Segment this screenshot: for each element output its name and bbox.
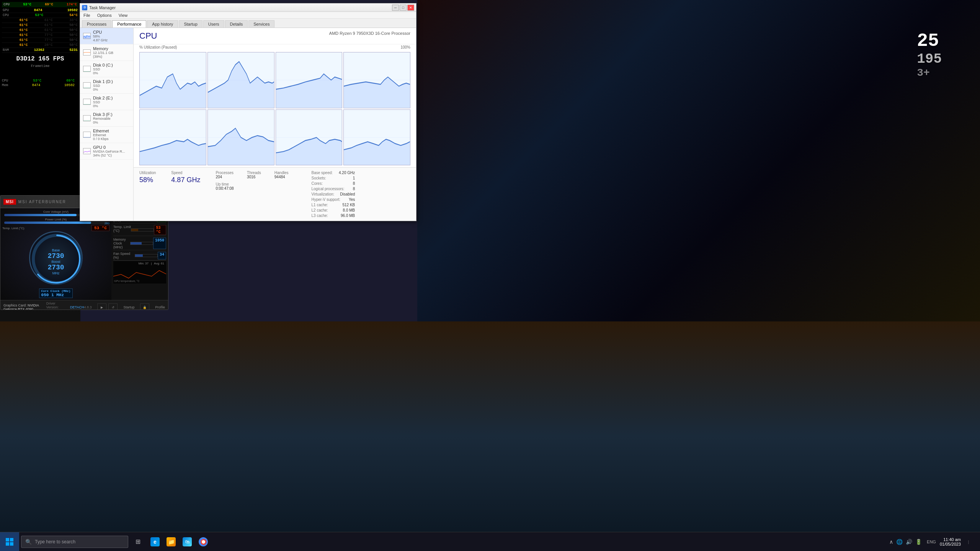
processes-value: 204: [216, 175, 234, 179]
tm-device-gpu0[interactable]: GPU 0 NVIDIA GeForce R... 34% (52 °C): [80, 143, 133, 160]
fps-display: D3D12 165 FPS: [2, 54, 78, 64]
show-desktop-btn[interactable]: |: [963, 532, 974, 551]
tm-tab-performance[interactable]: Performance: [112, 20, 146, 28]
tm-close-btn[interactable]: ✕: [407, 5, 414, 11]
tm-device-disk3[interactable]: Disk 3 (F:) Removable 0%: [80, 110, 133, 127]
cpu-core-graph-8: [343, 109, 410, 166]
tm-device-disk1[interactable]: Disk 1 (D:) SSD 0%: [80, 77, 133, 94]
hw-row-t3: 61°C 61°C 50°C: [2, 28, 78, 33]
tm-tab-users[interactable]: Users: [203, 20, 224, 28]
detach-btn[interactable]: DETACH: [70, 305, 84, 309]
tm-controls: ─ □ ✕: [392, 5, 414, 11]
tm-maximize-btn[interactable]: □: [400, 5, 407, 11]
hw-row-t5: 61°C 77°C 50°C: [2, 38, 78, 43]
frametime-label: Frametime: [2, 64, 78, 69]
disk3-name: Disk 3 (F:): [93, 112, 130, 117]
tm-menu-file[interactable]: File: [82, 13, 92, 18]
speed-value: 4.87 GHz: [171, 176, 200, 184]
tm-device-memory[interactable]: Memory 12.1/31.1 GB (39%): [80, 44, 133, 61]
ab-temp-lbl: Temp. Limit (°C): [113, 225, 131, 235]
disk0-val: 0%: [93, 71, 130, 75]
tm-device-disk2[interactable]: Disk 2 (E:) SSD 0%: [80, 94, 133, 110]
ab-btn-reset[interactable]: ↺: [108, 303, 118, 310]
cpu-device-speed: 4.87 GHz: [93, 38, 130, 42]
tm-tab-details[interactable]: Details: [225, 20, 248, 28]
core-small-val: 050 1 MHz: [41, 293, 71, 297]
start-button[interactable]: [0, 532, 19, 551]
tm-device-ethernet[interactable]: Ethernet Ethernet 0 / 0 Kbps: [80, 127, 133, 143]
mem-device-name: Memory: [93, 46, 130, 51]
cpu-core-graph-2: [207, 52, 274, 108]
tm-device-cpu[interactable]: CPU 58% 4.87 GHz: [80, 28, 133, 44]
tray-battery-icon[interactable]: 🔋: [915, 539, 922, 545]
taskbar-chrome-icon[interactable]: ⭕: [196, 532, 211, 551]
svg-rect-18: [6, 538, 9, 541]
taskview-button[interactable]: ⊞: [130, 532, 145, 551]
bottom-displays: Core Clock (MHz) 050 1 MHz: [2, 289, 109, 298]
frametime-panel: CPU53°C69°C Mem847410502: [0, 77, 77, 90]
hw-cpu-row1: CPU 53°C 69°C 174°C: [3, 3, 77, 7]
fan-bar[interactable]: [135, 254, 158, 257]
util-value: 58%: [139, 176, 156, 184]
graph-stats: Min: 37 | Avg: 61: [139, 262, 164, 265]
uptime-label: Up time: [216, 182, 234, 186]
mc-bar[interactable]: [130, 242, 153, 245]
tm-menu-view[interactable]: View: [117, 13, 129, 18]
gauge-area: Core Voltage (mV) Power Limit (%) 280 Te…: [0, 208, 111, 300]
tm-cpu-title: CPU: [139, 31, 157, 41]
power-limit-slider[interactable]: [4, 222, 108, 224]
disk2-name: Disk 2 (E:): [93, 96, 130, 100]
tray-chevron-icon[interactable]: ∧: [889, 539, 893, 545]
info-l1: L1 cache: 512 KB: [311, 203, 355, 207]
cpu-device-name: CPU: [93, 30, 130, 34]
cpu-device-info: CPU 58% 4.87 GHz: [93, 30, 130, 42]
mem-device-pct: (39%): [93, 55, 130, 59]
ab-btn-startup[interactable]: ▶: [97, 303, 106, 310]
ab-btn-profile[interactable]: 🔒: [140, 303, 149, 310]
hw-monitor-header: CPU 53°C 69°C 174°C: [2, 2, 78, 7]
tray-network-icon[interactable]: 🌐: [896, 539, 903, 545]
memory-device-info: Memory 12.1/31.1 GB (39%): [93, 46, 130, 59]
score-val3: 3+: [917, 67, 942, 79]
disk3-val: 0%: [93, 121, 130, 124]
stats-col-info: Base speed: 4.20 GHz Sockets: 1 Cores: 8…: [311, 171, 355, 218]
taskbar-app-icons: e 📁 🛍 ⭕: [145, 532, 213, 551]
gpu0-name: GPU 0: [93, 145, 130, 150]
tm-tab-apphistory[interactable]: App history: [147, 20, 178, 28]
info-sockets: Sockets: 1: [311, 176, 355, 180]
tm-tab-services[interactable]: Services: [248, 20, 274, 28]
disk1-mini-graph: [83, 82, 91, 88]
virt-label: Virtualization:: [311, 192, 334, 196]
hw-row-ram: RAM 12362 5231: [2, 48, 78, 53]
search-placeholder: Type here to search: [35, 539, 75, 544]
taskbar-search-box[interactable]: 🔍 Type here to search: [21, 536, 128, 548]
taskbar-store-icon[interactable]: 🛍: [180, 532, 195, 551]
afterburner-graph: GPU temperature, °C Min: 37 | Avg: 61: [113, 261, 166, 284]
tm-stats-bar: Utilization 58% Speed 4.87 GHz Processes…: [134, 167, 416, 221]
tray-lang[interactable]: ENG: [925, 540, 938, 544]
taskbar-explorer-icon[interactable]: 📁: [163, 532, 179, 551]
eth-mini-graph: [83, 132, 91, 138]
store-icon-img: 🛍: [183, 537, 192, 546]
graphics-card-name: NVIDIA GeForce RTX 4090: [3, 303, 39, 310]
taskbar-clock[interactable]: 11:40 am 01/05/2023: [940, 537, 961, 546]
temp-bar[interactable]: [131, 228, 154, 231]
graphics-card-info: Graphics Card: NVIDIA GeForce RTX 4090: [3, 303, 42, 310]
tm-menu-options[interactable]: Options: [96, 13, 113, 18]
sock-label: Sockets:: [311, 176, 326, 180]
info-base-speed: Base speed: 4.20 GHz: [311, 171, 355, 175]
tm-tab-processes[interactable]: Processes: [82, 20, 111, 28]
clock-date: 01/05/2023: [940, 542, 961, 546]
taskbar-edge-icon[interactable]: e: [147, 532, 163, 551]
tm-util-label: % Utilization (Paused) 100%: [134, 44, 416, 50]
tm-tab-startup[interactable]: Startup: [179, 20, 202, 28]
tm-body: CPU 58% 4.87 GHz Memory 12.1/31.1 GB (39…: [80, 28, 416, 221]
stats-col-processes: Processes 204 Threads 3016 Handles 94484: [216, 171, 288, 218]
search-icon: 🔍: [25, 539, 32, 545]
ab-temp-row: Temp. Limit (°C) 53 °C: [113, 224, 166, 236]
disk1-val: 0%: [93, 88, 130, 91]
tm-minimize-btn[interactable]: ─: [392, 5, 399, 11]
ab-mc-lbl: Memory Clock (MHz): [113, 238, 130, 249]
tray-sound-icon[interactable]: 🔊: [906, 539, 912, 545]
tm-device-disk0[interactable]: Disk 0 (C:) SSD 0%: [80, 61, 133, 77]
